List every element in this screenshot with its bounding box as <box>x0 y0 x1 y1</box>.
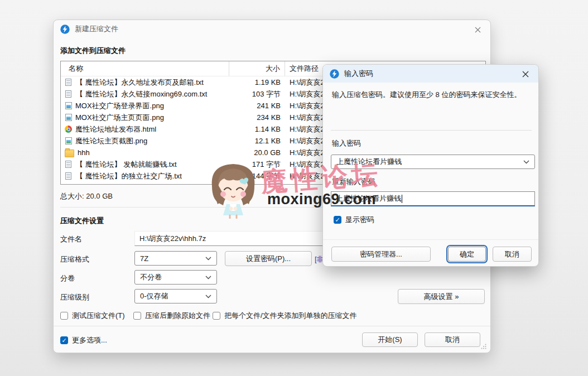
chevron-down-icon <box>523 160 529 164</box>
text-cursor <box>402 195 402 203</box>
pwd-cancel-button[interactable]: 取消 <box>493 247 532 262</box>
text-file-icon <box>65 172 71 180</box>
close-icon[interactable] <box>470 23 485 36</box>
set-password-button[interactable]: 设置密码(P)... <box>225 251 312 266</box>
password-manager-button[interactable]: 密码管理器... <box>331 247 431 262</box>
resize-grip[interactable] <box>481 344 486 349</box>
file-size: 241 KB <box>229 102 285 110</box>
ok-label: 确定 <box>460 249 474 259</box>
file-name: 【 魔性论坛】的独立社交广场.txt <box>76 171 182 181</box>
file-name: hhh <box>78 148 90 157</box>
file-name: MOX社交广场主页页面.png <box>75 113 164 123</box>
format-label: 压缩格式 <box>60 254 89 264</box>
file-size: 12.1 KB <box>229 137 285 145</box>
start-button[interactable]: 开始(S) <box>362 332 418 347</box>
filename-label: 文件名 <box>60 234 82 244</box>
more-options-checkbox[interactable]: ✓ 更多选项... <box>60 335 107 345</box>
divider <box>54 326 490 326</box>
image-file-icon <box>65 137 72 144</box>
file-name: 【 魔性论坛】永久地址发布页及邮箱.txt <box>76 78 204 88</box>
test-archive-checkbox[interactable]: 测试压缩文件(T) <box>60 311 125 321</box>
file-size: 234 KB <box>229 113 285 122</box>
set-password-label: 设置密码(P)... <box>246 254 291 264</box>
advanced-settings-button[interactable]: 高级设置 » <box>398 289 485 304</box>
pwd-cancel-label: 取消 <box>505 249 519 259</box>
delete-after-label: 压缩后删除原始文件 <box>145 311 210 321</box>
text-file-icon <box>65 79 71 86</box>
show-password-label: 显示密码 <box>345 215 374 225</box>
checkbox-checked-icon: ✓ <box>60 336 68 344</box>
bandizip-logo-icon <box>60 25 70 34</box>
separate-archives-checkbox[interactable]: 把每个文件/文件夹添加到单独的压缩文件 <box>213 311 357 321</box>
delete-after-checkbox[interactable]: 压缩后删除原始文件 <box>133 311 210 321</box>
divider <box>331 130 532 131</box>
format-value: 7Z <box>140 254 148 263</box>
text-file-icon <box>65 161 71 168</box>
password-value: 上魔性论坛看片赚钱 <box>336 157 402 167</box>
file-size: 1.14 KB <box>229 125 285 133</box>
volume-dropdown[interactable]: 不分卷 <box>134 270 217 285</box>
test-archive-label: 测试压缩文件(T) <box>72 311 125 321</box>
password-dialog-description: 输入压缩包密码。建议使用至少 8 位的密码来保证安全性。 <box>332 89 531 100</box>
file-size: 171 字节 <box>229 160 285 170</box>
volume-label: 分卷 <box>60 273 75 283</box>
filename-value: H:\胡亥亥22v\hhh.7z <box>139 234 206 244</box>
chevron-down-icon <box>205 295 211 298</box>
reenter-password-label: 重新输入密码 <box>332 177 375 187</box>
password-dialog-title: 输入密码 <box>344 69 373 79</box>
password-dialog-titlebar[interactable]: 输入密码 <box>323 65 538 83</box>
archive-settings-section-title: 压缩文件设置 <box>60 216 104 226</box>
chevron-down-icon <box>205 257 211 261</box>
chevron-down-icon <box>205 276 211 279</box>
file-size: 103 字节 <box>229 89 285 99</box>
file-size: 20.0 GB <box>229 148 285 157</box>
column-header-size[interactable]: 大小 <box>229 61 285 76</box>
password-manager-label: 密码管理器... <box>360 249 402 259</box>
close-icon[interactable] <box>518 68 533 80</box>
checkbox-icon <box>60 312 68 320</box>
column-header-name[interactable]: 名称 <box>61 61 229 76</box>
checkbox-checked-icon: ✓ <box>334 216 341 224</box>
folder-icon <box>65 150 74 157</box>
total-size-text: 总大小: 20.0 GB <box>60 191 113 201</box>
enter-password-label: 输入密码 <box>332 138 361 148</box>
checkbox-icon <box>133 312 141 320</box>
password-combobox[interactable]: 上魔性论坛看片赚钱 <box>331 155 535 169</box>
enter-password-dialog: 输入密码 输入压缩包密码。建议使用至少 8 位的密码来保证安全性。 输入密码 上… <box>322 64 539 267</box>
image-file-icon <box>65 114 72 121</box>
dialog-title: 新建压缩文件 <box>75 24 118 34</box>
text-file-icon <box>65 90 71 98</box>
reenter-password-value: 上魔性论坛看片赚钱 <box>336 194 401 204</box>
file-name: 【 魔性论坛】永久链接moxing69.com.txt <box>76 89 208 99</box>
file-size: 144 字节 <box>229 171 285 181</box>
volume-value: 不分卷 <box>140 272 162 282</box>
show-password-checkbox[interactable]: ✓ 显示密码 <box>334 215 374 225</box>
image-file-icon <box>65 102 72 109</box>
new-archive-titlebar[interactable]: 新建压缩文件 <box>54 20 490 38</box>
compression-level-label: 压缩级别 <box>60 292 89 302</box>
bandizip-logo-icon <box>330 69 339 79</box>
start-label: 开始(S) <box>378 335 402 345</box>
compression-level-value: 0-仅存储 <box>140 291 168 301</box>
add-files-section-title: 添加文件到压缩文件 <box>60 46 126 56</box>
separate-archives-label: 把每个文件/文件夹添加到单独的压缩文件 <box>224 311 357 321</box>
cancel-button[interactable]: 取消 <box>425 332 480 347</box>
compression-level-dropdown[interactable]: 0-仅存储 <box>134 289 217 303</box>
more-options-label: 更多选项... <box>72 335 107 345</box>
checkbox-icon <box>213 312 220 320</box>
file-name: 魔性论坛地址发布器.html <box>75 124 156 134</box>
file-size: 1.19 KB <box>229 78 285 86</box>
reenter-password-input[interactable]: 上魔性论坛看片赚钱 <box>331 191 535 206</box>
file-name: 魔性论坛主页截图.png <box>75 136 147 146</box>
chrome-html-file-icon <box>65 126 72 133</box>
divider <box>323 239 538 240</box>
file-name: 【 魔性论坛】 发帖就能赚钱.txt <box>76 160 177 170</box>
cancel-label: 取消 <box>445 335 460 345</box>
advanced-settings-label: 高级设置 » <box>424 292 459 302</box>
file-name: MOX社交广场登录界面.png <box>75 101 164 111</box>
ok-button[interactable]: 确定 <box>448 247 486 262</box>
format-dropdown[interactable]: 7Z <box>134 251 217 266</box>
